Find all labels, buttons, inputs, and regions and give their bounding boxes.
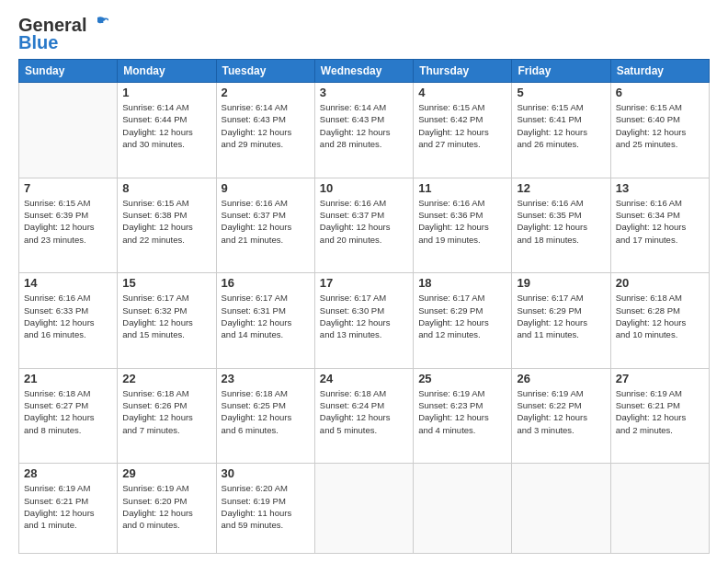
calendar-cell: 29Sunrise: 6:19 AMSunset: 6:20 PMDayligh… [118,464,216,554]
calendar-cell: 23Sunrise: 6:18 AMSunset: 6:25 PMDayligh… [216,368,314,464]
day-number: 3 [320,86,408,99]
day-number: 29 [122,466,210,480]
weekday-header-thursday: Thursday [414,60,512,83]
day-info: Sunrise: 6:19 AMSunset: 6:21 PMDaylight:… [24,482,112,531]
day-info: Sunrise: 6:17 AMSunset: 6:29 PMDaylight:… [418,292,506,340]
calendar-cell: 19Sunrise: 6:17 AMSunset: 6:29 PMDayligh… [512,273,610,369]
day-number: 24 [320,372,408,385]
day-info: Sunrise: 6:16 AMSunset: 6:35 PMDaylight:… [517,197,605,246]
calendar-cell: 28Sunrise: 6:19 AMSunset: 6:21 PMDayligh… [19,464,118,554]
day-info: Sunrise: 6:15 AMSunset: 6:42 PMDaylight:… [418,101,506,150]
day-number: 22 [122,372,210,385]
day-info: Sunrise: 6:15 AMSunset: 6:40 PMDaylight:… [616,101,704,150]
calendar-cell: 27Sunrise: 6:19 AMSunset: 6:21 PMDayligh… [610,368,709,464]
calendar-cell: 14Sunrise: 6:16 AMSunset: 6:33 PMDayligh… [19,273,118,369]
calendar-cell: 9Sunrise: 6:16 AMSunset: 6:37 PMDaylight… [216,178,314,273]
day-number: 25 [418,372,506,385]
day-info: Sunrise: 6:20 AMSunset: 6:19 PMDaylight:… [222,482,310,531]
day-info: Sunrise: 6:16 AMSunset: 6:37 PMDaylight:… [320,197,408,246]
calendar-table: SundayMondayTuesdayWednesdayThursdayFrid… [18,59,710,554]
day-number: 11 [418,181,506,195]
day-number: 8 [122,181,210,195]
day-number: 6 [616,86,704,99]
page: General Blue SundayMondayTuesdayWednesda… [0,0,728,563]
day-info: Sunrise: 6:18 AMSunset: 6:24 PMDaylight:… [320,387,408,436]
day-info: Sunrise: 6:17 AMSunset: 6:30 PMDaylight:… [320,292,408,340]
day-info: Sunrise: 6:15 AMSunset: 6:39 PMDaylight:… [24,197,112,246]
day-number: 10 [320,181,408,195]
calendar-cell: 4Sunrise: 6:15 AMSunset: 6:42 PMDaylight… [414,83,512,178]
day-number: 7 [24,181,112,195]
day-number: 26 [517,372,605,385]
calendar-cell: 21Sunrise: 6:18 AMSunset: 6:27 PMDayligh… [19,368,118,464]
logo-bird-icon [88,16,108,32]
calendar-cell: 12Sunrise: 6:16 AMSunset: 6:35 PMDayligh… [512,178,610,273]
calendar-cell: 6Sunrise: 6:15 AMSunset: 6:40 PMDaylight… [610,83,709,178]
day-number: 13 [616,181,704,195]
day-info: Sunrise: 6:14 AMSunset: 6:43 PMDaylight:… [222,101,310,150]
weekday-header-tuesday: Tuesday [216,60,314,83]
day-info: Sunrise: 6:18 AMSunset: 6:26 PMDaylight:… [122,387,210,436]
day-info: Sunrise: 6:17 AMSunset: 6:32 PMDaylight:… [122,292,210,340]
header: General Blue [18,15,710,53]
day-number: 16 [222,276,310,290]
calendar-cell: 2Sunrise: 6:14 AMSunset: 6:43 PMDaylight… [216,83,314,178]
day-number: 17 [320,276,408,290]
weekday-header-saturday: Saturday [610,60,709,83]
calendar-cell: 7Sunrise: 6:15 AMSunset: 6:39 PMDaylight… [19,178,118,273]
logo: General Blue [18,15,108,53]
calendar-cell: 16Sunrise: 6:17 AMSunset: 6:31 PMDayligh… [216,273,314,369]
day-info: Sunrise: 6:16 AMSunset: 6:37 PMDaylight:… [222,197,310,246]
week-row-5: 28Sunrise: 6:19 AMSunset: 6:21 PMDayligh… [19,464,710,554]
day-info: Sunrise: 6:14 AMSunset: 6:43 PMDaylight:… [320,101,408,150]
day-number: 14 [24,276,112,290]
day-info: Sunrise: 6:18 AMSunset: 6:28 PMDaylight:… [616,292,704,340]
weekday-header-row: SundayMondayTuesdayWednesdayThursdayFrid… [19,60,710,83]
calendar-cell: 8Sunrise: 6:15 AMSunset: 6:38 PMDaylight… [118,178,216,273]
day-info: Sunrise: 6:17 AMSunset: 6:31 PMDaylight:… [222,292,310,340]
calendar-cell [414,464,512,554]
day-number: 18 [418,276,506,290]
day-info: Sunrise: 6:14 AMSunset: 6:44 PMDaylight:… [122,101,210,150]
week-row-2: 7Sunrise: 6:15 AMSunset: 6:39 PMDaylight… [19,178,710,273]
calendar-cell: 5Sunrise: 6:15 AMSunset: 6:41 PMDaylight… [512,83,610,178]
calendar-cell: 10Sunrise: 6:16 AMSunset: 6:37 PMDayligh… [314,178,413,273]
day-info: Sunrise: 6:18 AMSunset: 6:27 PMDaylight:… [24,387,112,436]
week-row-4: 21Sunrise: 6:18 AMSunset: 6:27 PMDayligh… [19,368,710,464]
day-info: Sunrise: 6:19 AMSunset: 6:23 PMDaylight:… [418,387,506,436]
day-info: Sunrise: 6:16 AMSunset: 6:33 PMDaylight:… [24,292,112,340]
day-info: Sunrise: 6:15 AMSunset: 6:38 PMDaylight:… [122,197,210,246]
calendar-cell [19,83,118,178]
day-number: 1 [122,86,210,99]
day-info: Sunrise: 6:15 AMSunset: 6:41 PMDaylight:… [517,101,605,150]
day-info: Sunrise: 6:16 AMSunset: 6:34 PMDaylight:… [616,197,704,246]
day-number: 27 [616,372,704,385]
day-info: Sunrise: 6:19 AMSunset: 6:21 PMDaylight:… [616,387,704,436]
day-number: 12 [517,181,605,195]
day-info: Sunrise: 6:17 AMSunset: 6:29 PMDaylight:… [517,292,605,340]
calendar-cell [314,464,413,554]
weekday-header-monday: Monday [118,60,216,83]
day-number: 28 [24,466,112,480]
day-info: Sunrise: 6:16 AMSunset: 6:36 PMDaylight:… [418,197,506,246]
day-number: 21 [24,372,112,385]
day-number: 2 [222,86,310,99]
day-number: 19 [517,276,605,290]
day-number: 15 [122,276,210,290]
weekday-header-friday: Friday [512,60,610,83]
day-number: 20 [616,276,704,290]
calendar-cell: 13Sunrise: 6:16 AMSunset: 6:34 PMDayligh… [610,178,709,273]
logo-blue: Blue [18,32,58,53]
calendar-cell: 3Sunrise: 6:14 AMSunset: 6:43 PMDaylight… [314,83,413,178]
calendar-cell: 24Sunrise: 6:18 AMSunset: 6:24 PMDayligh… [314,368,413,464]
day-number: 5 [517,86,605,99]
day-info: Sunrise: 6:19 AMSunset: 6:20 PMDaylight:… [122,482,210,531]
calendar-cell [610,464,709,554]
calendar-cell: 11Sunrise: 6:16 AMSunset: 6:36 PMDayligh… [414,178,512,273]
calendar-cell: 25Sunrise: 6:19 AMSunset: 6:23 PMDayligh… [414,368,512,464]
calendar-cell: 17Sunrise: 6:17 AMSunset: 6:30 PMDayligh… [314,273,413,369]
weekday-header-wednesday: Wednesday [314,60,413,83]
calendar-cell: 26Sunrise: 6:19 AMSunset: 6:22 PMDayligh… [512,368,610,464]
day-info: Sunrise: 6:18 AMSunset: 6:25 PMDaylight:… [222,387,310,436]
week-row-1: 1Sunrise: 6:14 AMSunset: 6:44 PMDaylight… [19,83,710,178]
